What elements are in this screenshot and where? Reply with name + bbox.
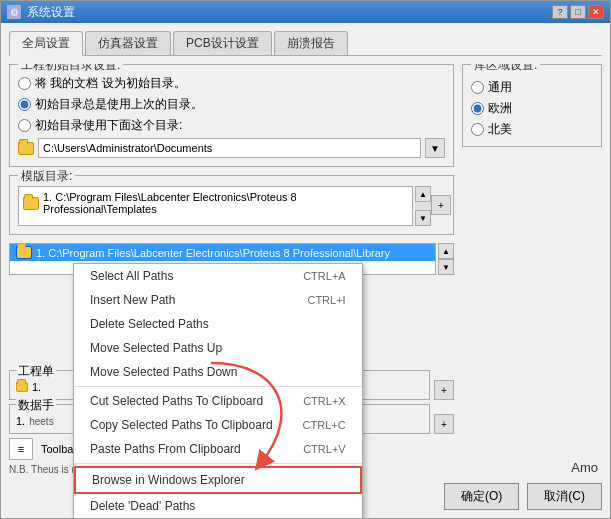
folder-icon-eng [16,382,28,392]
region-north-america: 北美 [471,121,593,138]
radio-europe[interactable] [471,102,484,115]
library-region-group: 库区域设置: 通用 欧洲 北美 [462,64,602,147]
library-scroll-down[interactable]: ▼ [438,259,454,275]
menu-item-cut[interactable]: Cut Selected Paths To Clipboard CTRL+X [74,389,362,413]
tab-global-settings[interactable]: 全局设置 [9,31,83,56]
library-region-label: 库区域设置: [471,64,540,74]
menu-label-insert-new: Insert New Path [90,293,175,307]
cancel-button[interactable]: 取消(C) [527,483,602,510]
project-path-input[interactable] [38,138,421,158]
maximize-button[interactable]: □ [570,5,586,19]
folder-icon-template [23,197,39,210]
engineering-add-btn[interactable]: + [434,380,454,400]
menu-label-select-all: Select All Paths [90,269,173,283]
toolbar-icon: ≡ [18,443,24,455]
window-icon: ⚙ [7,5,21,19]
radio-mydocs-label: 将 我的文档 设为初始目录。 [35,75,186,92]
toolbar-icon-box: ≡ [9,438,33,460]
menu-item-browse-explorer[interactable]: Browse in Windows Explorer [74,466,362,475]
data-label: 数据手 [16,397,56,414]
project-dir-label: 工程初始目录设置: [18,64,123,74]
menu-divider-1 [74,386,362,387]
content-area: 全局设置 仿真器设置 PCB设计设置 崩溃报告 工程初始目录设置: 将 我的文档… [1,23,610,518]
title-bar-buttons: ? □ ✕ [552,5,604,19]
engineering-path: 1. [32,381,41,393]
template-scrollbar: ▲ ▼ [415,186,431,226]
shortcut-insert-new: CTRL+I [307,294,345,306]
template-scroll-track [415,202,431,210]
template-action-btns: + [431,195,451,215]
shortcut-cut: CTRL+X [303,395,346,407]
radio-north-america-label: 北美 [488,121,512,138]
right-spacer [462,153,602,454]
ok-button[interactable]: 确定(O) [444,483,519,510]
template-scroll-up[interactable]: ▲ [415,186,431,202]
radio-item-3: 初始目录使用下面这个目录: [18,117,445,134]
template-dir-label: 模版目录: [18,168,75,185]
template-add-btn[interactable]: + [431,195,451,215]
template-list: 1. C:\Program Files\Labcenter Electronic… [18,186,413,226]
project-dir-radio-group: 将 我的文档 设为初始目录。 初始目录总是使用上次的目录。 初始目录使用下面这个… [18,75,445,134]
region-europe: 欧洲 [471,100,593,117]
tab-pcb-settings[interactable]: PCB设计设置 [173,31,272,55]
amo-text: Amo [571,460,598,475]
radio-europe-label: 欧洲 [488,100,512,117]
template-scroll-down[interactable]: ▼ [415,210,431,226]
menu-item-move-down[interactable]: Move Selected Paths Down [74,360,362,384]
menu-label-browse-explorer: Browse in Windows Explorer [92,473,245,475]
menu-label-move-down: Move Selected Paths Down [90,365,237,379]
template-list-item[interactable]: 1. C:\Program Files\Labcenter Electronic… [19,189,412,217]
menu-item-paste[interactable]: Paste Paths From Clipboard CTRL+V [74,437,362,461]
main-content: 工程初始目录设置: 将 我的文档 设为初始目录。 初始目录总是使用上次的目录。 [9,64,602,475]
template-dir-row: 1. C:\Program Files\Labcenter Electronic… [18,186,431,226]
menu-item-move-up[interactable]: Move Selected Paths Up [74,336,362,360]
left-panel: 工程初始目录设置: 将 我的文档 设为初始目录。 初始目录总是使用上次的目录。 [9,64,454,475]
radio-custom[interactable] [18,119,31,132]
tab-bar: 全局设置 仿真器设置 PCB设计设置 崩溃报告 [9,31,602,56]
tab-simulator-settings[interactable]: 仿真器设置 [85,31,171,55]
library-path-text: 1. C:\Program Files\Labcenter Electronic… [36,247,390,259]
data-btn-container: + [434,404,454,434]
data-add-btn[interactable]: + [434,414,454,434]
radio-item-2: 初始目录总是使用上次的目录。 [18,96,445,113]
menu-label-copy: Copy Selected Paths To Clipboard [90,418,273,432]
close-button[interactable]: ✕ [588,5,604,19]
radio-lastused[interactable] [18,98,31,111]
template-path-text: 1. C:\Program Files\Labcenter Electronic… [43,191,408,215]
library-list-item-selected[interactable]: 1. C:\Program Files\Labcenter Electronic… [10,244,435,261]
project-dir-group: 工程初始目录设置: 将 我的文档 设为初始目录。 初始目录总是使用上次的目录。 [9,64,454,167]
project-path-row: ▼ [18,138,445,158]
shortcut-paste: CTRL+V [303,443,346,455]
tab-crash-report[interactable]: 崩溃报告 [274,31,348,55]
engineering-label: 工程单 [16,363,56,380]
library-region-radio-group: 通用 欧洲 北美 [471,79,593,138]
menu-divider-2 [74,463,362,464]
minimize-button[interactable]: ? [552,5,568,19]
menu-label-delete-selected: Delete Selected Paths [90,317,209,331]
library-scroll-up[interactable]: ▲ [438,243,454,259]
template-dir-group: 模版目录: 1. C:\Program Files\Labcenter Elec… [9,175,454,235]
right-panel: 库区域设置: 通用 欧洲 北美 [462,64,602,475]
amo-text-area: Amo [462,460,602,475]
radio-generic-label: 通用 [488,79,512,96]
radio-north-america[interactable] [471,123,484,136]
radio-custom-label: 初始目录使用下面这个目录: [35,117,182,134]
menu-label-paste: Paste Paths From Clipboard [90,442,241,456]
menu-item-delete-selected[interactable]: Delete Selected Paths [74,312,362,336]
shortcut-copy: CTRL+C [303,419,346,431]
menu-item-select-all[interactable]: Select All Paths CTRL+A [74,264,362,288]
project-path-browse-btn[interactable]: ▼ [425,138,445,158]
eng-btn-container: + [434,370,454,400]
system-settings-window: ⚙ 系统设置 ? □ ✕ 全局设置 仿真器设置 PCB设计设置 崩溃报告 工程初… [0,0,611,519]
folder-icon-project [18,142,34,155]
menu-item-insert-new[interactable]: Insert New Path CTRL+I [74,288,362,312]
window-title: 系统设置 [27,4,552,21]
shortcut-select-all: CTRL+A [303,270,346,282]
title-bar: ⚙ 系统设置 ? □ ✕ [1,1,610,23]
radio-mydocs[interactable] [18,77,31,90]
menu-item-copy[interactable]: Copy Selected Paths To Clipboard CTRL+C [74,413,362,437]
radio-generic[interactable] [471,81,484,94]
radio-lastused-label: 初始目录总是使用上次的目录。 [35,96,203,113]
menu-label-move-up: Move Selected Paths Up [90,341,222,355]
library-scrollbar: ▲ ▼ [438,243,454,275]
